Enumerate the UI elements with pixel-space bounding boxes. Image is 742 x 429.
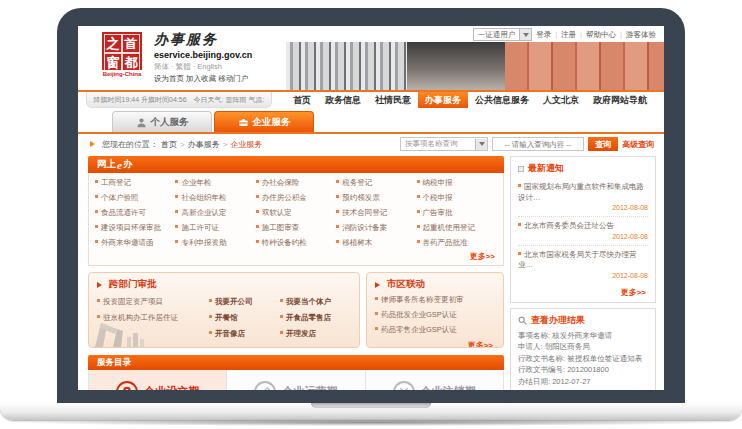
- eban-more-link[interactable]: 更多>>: [95, 248, 497, 263]
- eban-link[interactable]: 起重机使用登记: [417, 223, 497, 233]
- eban-link[interactable]: 社会组织年检: [175, 193, 255, 203]
- help-center-link[interactable]: 帮助中心: [586, 30, 616, 40]
- logo-caption: Beijing-China: [100, 71, 144, 77]
- nav-item-home[interactable]: 首页: [286, 92, 318, 108]
- results-more-link[interactable]: 更多>>: [518, 388, 648, 390]
- login-link[interactable]: 登录: [536, 30, 551, 40]
- cross-department-box: 跨部门审批 投资固定资产项目 驻京机构办工作居住证 我要开公司 我要当个体户 开…: [88, 272, 360, 348]
- eban-link[interactable]: 技术合同登记: [336, 208, 416, 218]
- logo-char: 都: [122, 53, 140, 72]
- tab-label: 企业服务: [253, 116, 291, 129]
- notices-more-link[interactable]: 更多>>: [518, 284, 648, 299]
- catalog-tab-operation[interactable]: 企业运营期: [227, 370, 365, 390]
- main-nav: 首页 政务信息 社情民意 办事服务 公共信息服务 人文北京 政府网站导航: [272, 92, 664, 108]
- city-linkage-box: 市区联动 律师事务所名称变更初审 药品批发企业GSP认证 药品零售企业GSP认证…: [366, 272, 504, 348]
- eban-link[interactable]: 税务登记: [336, 178, 416, 188]
- breadcrumb: 您现在的位置： 首页 > 办事服务 > 企业服务: [90, 139, 400, 150]
- cross-dept-link[interactable]: 投资固定资产项目: [97, 297, 209, 307]
- eban-link[interactable]: 办社会保险: [256, 178, 336, 188]
- breadcrumb-current: 企业服务: [230, 139, 262, 150]
- eban-link[interactable]: 工商登记: [95, 178, 175, 188]
- advanced-search-link[interactable]: 高级查询: [622, 139, 654, 150]
- eban-link[interactable]: 施工许可证: [175, 223, 255, 233]
- eban-link[interactable]: 建设项目环保审批: [95, 223, 175, 233]
- eban-link[interactable]: 个体户验照: [95, 193, 175, 203]
- notice-item[interactable]: 国家规划布局内重点软件和集成电路设计… 2012-08-08: [518, 178, 648, 217]
- search-bar: 按事项名称查询 查询 高级查询: [400, 137, 654, 151]
- eban-link[interactable]: 兽药产品批准: [417, 238, 497, 248]
- city-linkage-link[interactable]: 药品零售企业GSP认证: [375, 325, 495, 335]
- cross-department-links: 投资固定资产项目 驻京机构办工作居住证 我要开公司 我要当个体户 开餐馆 开食品…: [97, 295, 351, 339]
- notice-link[interactable]: 北京市商务委员会迁址公告: [518, 221, 648, 232]
- notice-link[interactable]: 北京市国家税务局关于尽快办理营业…: [518, 250, 648, 271]
- eban-link[interactable]: 移植树木: [336, 238, 416, 248]
- eban-link[interactable]: 预约领发票: [336, 193, 416, 203]
- eban-link[interactable]: 纳税申报: [417, 178, 497, 188]
- service-tabs: 个人服务 企业服务: [78, 108, 664, 132]
- logo-char: 之: [104, 34, 122, 53]
- quick-links[interactable]: 设为首页 加入收藏 移动门户: [154, 74, 284, 84]
- pencil-icon: [254, 381, 276, 391]
- city-linkage-link[interactable]: 药品批发企业GSP认证: [375, 310, 495, 320]
- chevron-down-icon[interactable]: [519, 29, 531, 40]
- notice-link[interactable]: 国家规划布局内重点软件和集成电路设计…: [518, 182, 648, 203]
- city-linkage-link[interactable]: 律师事务所名称变更初审: [375, 295, 495, 305]
- nav-item-culture[interactable]: 人文北京: [536, 92, 586, 108]
- logo-char: 首: [122, 34, 140, 53]
- cross-dept-link[interactable]: 开食品零售店: [280, 313, 351, 323]
- eban-link[interactable]: 施工图审查: [256, 223, 336, 233]
- breadcrumb-services[interactable]: 办事服务: [188, 139, 220, 150]
- user-type-value: 一证通用户: [478, 30, 516, 40]
- catalog-tab-deregistration[interactable]: 企业注销期: [366, 370, 503, 390]
- search-input[interactable]: [492, 137, 584, 151]
- cross-dept-link[interactable]: 我要开公司: [209, 297, 280, 307]
- register-link[interactable]: 注册: [561, 30, 576, 40]
- eban-link[interactable]: 特种设备约检: [256, 238, 336, 248]
- cross-dept-link[interactable]: 开餐馆: [209, 313, 280, 323]
- cross-dept-link[interactable]: 驻京机构办工作居住证: [97, 313, 209, 323]
- laptop-mockup: 之首窗都 Beijing-China 办事服务 eservice.beijing…: [0, 0, 742, 429]
- city-linkage-more-link[interactable]: 更多>>: [375, 340, 495, 348]
- divider: |: [555, 30, 557, 39]
- eban-link[interactable]: 高新企业认定: [175, 208, 255, 218]
- notice-item[interactable]: 北京市国家税务局关于尽快办理营业… 2012-08-08: [518, 246, 648, 284]
- service-catalog-section: 服务目录 企业设立期: [88, 355, 504, 390]
- laptop-base: [0, 403, 742, 420]
- eban-link[interactable]: 企业年检: [175, 178, 255, 188]
- tab-label: 个人服务: [151, 116, 189, 129]
- chevron-down-icon[interactable]: [475, 139, 487, 150]
- eban-link[interactable]: 广告审批: [417, 208, 497, 218]
- site-logo[interactable]: 之首窗都 Beijing-China: [100, 32, 144, 77]
- cross-dept-link[interactable]: 开理发店: [280, 329, 351, 339]
- eban-link[interactable]: 个税申报: [417, 193, 497, 203]
- eban-link[interactable]: 外商来华邀请函: [95, 238, 175, 248]
- tab-enterprise-services[interactable]: 企业服务: [214, 111, 314, 132]
- eban-link[interactable]: 办住房公积金: [256, 193, 336, 203]
- result-line: 申请人: 朝阳区商务局: [518, 341, 648, 353]
- breadcrumb-home[interactable]: 首页: [161, 139, 177, 150]
- nav-item-public-opinion[interactable]: 社情民意: [368, 92, 418, 108]
- laptop-shadow: [10, 419, 732, 426]
- latest-notices-title: 最新通知: [528, 162, 564, 175]
- eban-link[interactable]: 专利申报资助: [175, 238, 255, 248]
- catalog-tab-setup[interactable]: 企业设立期: [89, 370, 227, 390]
- cross-dept-link[interactable]: 开音像店: [209, 329, 280, 339]
- nav-item-gov-info[interactable]: 政务信息: [318, 92, 368, 108]
- user-type-select[interactable]: 一证通用户: [473, 28, 533, 41]
- nav-item-site-directory[interactable]: 政府网站导航: [586, 92, 654, 108]
- location-pin-icon: [116, 381, 138, 391]
- nav-item-services[interactable]: 办事服务: [418, 92, 468, 108]
- eban-link[interactable]: 消防设计备案: [336, 223, 416, 233]
- tab-personal-services[interactable]: 个人服务: [112, 111, 212, 132]
- nav-item-public-info[interactable]: 公共信息服务: [468, 92, 536, 108]
- result-line: 事项名称: 核发外商来华邀请: [518, 330, 648, 342]
- language-switch[interactable]: 简体 · 繁體 · English: [154, 62, 284, 72]
- guest-link[interactable]: 游客体验: [626, 30, 656, 40]
- search-category-select[interactable]: 按事项名称查询: [400, 137, 488, 151]
- eban-link[interactable]: 食品流通许可: [95, 208, 175, 218]
- cross-dept-link[interactable]: 我要当个体户: [280, 297, 351, 307]
- notice-item[interactable]: 北京市商务委员会迁址公告 2012-08-08: [518, 217, 648, 246]
- search-button[interactable]: 查询: [588, 137, 618, 151]
- eban-link[interactable]: 双软认定: [256, 208, 336, 218]
- processing-results-box: 查看办理结果 事项名称: 核发外商来华邀请 申请人: 朝阳区商务局 行政文书名称…: [510, 308, 656, 391]
